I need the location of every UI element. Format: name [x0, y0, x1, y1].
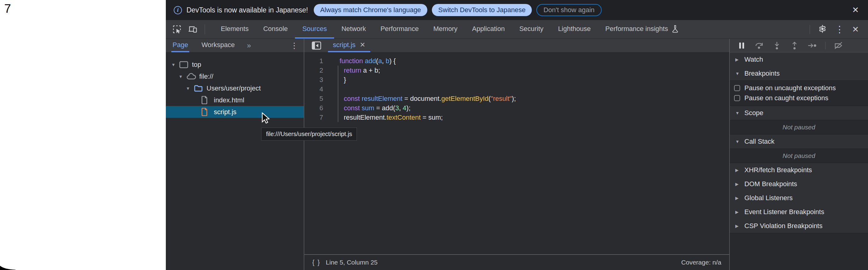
expander-icon[interactable]: ▼ [171, 62, 179, 67]
tree-item-label: top [192, 61, 202, 69]
section-dom-breakpoints[interactable]: ▶DOM Breakpoints [730, 177, 868, 191]
line-number: 5 [304, 94, 323, 103]
navigator-tab-page[interactable]: Page [171, 39, 189, 52]
inspect-element-icon[interactable] [169, 20, 185, 38]
code-line-2[interactable]: 2return a + b; [304, 66, 729, 75]
tab-network[interactable]: Network [334, 20, 373, 38]
pause-icon[interactable] [737, 41, 746, 50]
close-devtools-icon[interactable]: ✕ [852, 25, 859, 34]
hide-navigator-icon[interactable] [309, 39, 324, 52]
line-number: 1 [304, 56, 323, 66]
code-text: resultElement.textContent = sum; [323, 113, 443, 122]
code-text [323, 84, 344, 94]
code-text: } [323, 75, 346, 84]
section-breakpoints[interactable]: ▼Breakpoints [730, 66, 868, 81]
tree-item-top[interactable]: ▼top [166, 59, 304, 70]
cloud-icon [186, 72, 196, 81]
step-out-icon[interactable] [790, 41, 799, 50]
section-call-stack[interactable]: ▼Call Stack [730, 134, 868, 149]
tree-item-label: Users/user/project [207, 84, 261, 92]
tab-label: Network [341, 25, 366, 33]
editor-pane: script.js ✕ 1function add(a, b) {2return… [304, 39, 729, 270]
code-line-3[interactable]: 3} [304, 75, 729, 84]
tab-elements[interactable]: Elements [214, 20, 256, 38]
tab-performance[interactable]: Performance [373, 20, 426, 38]
code-line-1[interactable]: 1function add(a, b) { [304, 56, 729, 66]
tree-item-users-user-project[interactable]: ▼Users/user/project [166, 82, 304, 94]
tab-performance-insights[interactable]: Performance insights [598, 20, 686, 38]
section-event-listener-breakpoints[interactable]: ▶Event Listener Breakpoints [730, 205, 868, 219]
code-editor[interactable]: 1function add(a, b) {2return a + b;3}45c… [304, 53, 729, 254]
checkbox-row-pause-on-uncaught-exceptions[interactable]: Pause on uncaught exceptions [734, 83, 868, 93]
section-label: Watch [744, 56, 763, 63]
tab-label: Sources [302, 25, 327, 33]
navigator-menu-kebab-icon[interactable]: ⋮ [290, 39, 298, 52]
switch-japanese-button[interactable]: Switch DevTools to Japanese [432, 4, 532, 16]
tree-item-label: file:// [199, 72, 213, 81]
step-over-icon[interactable] [755, 41, 764, 50]
section-watch[interactable]: ▶Watch [730, 53, 868, 66]
panel-tabs: ElementsConsoleSourcesNetworkPerformance… [214, 20, 686, 38]
section-xhr-fetch-breakpoints[interactable]: ▶XHR/fetch Breakpoints [730, 163, 868, 177]
editor-tab-close-icon[interactable]: ✕ [360, 41, 365, 49]
navigator-tabs: PageWorkspace [171, 39, 247, 52]
tab-security[interactable]: Security [512, 20, 551, 38]
banner-close-icon[interactable]: ✕ [852, 6, 859, 14]
checkbox[interactable] [734, 95, 740, 101]
tab-sources[interactable]: Sources [295, 20, 334, 38]
section-csp-violation-breakpoints[interactable]: ▶CSP Violation Breakpoints [730, 219, 868, 233]
tabbar-divider [205, 24, 205, 34]
tree-item-index-html[interactable]: index.html [166, 94, 304, 106]
line-number: 4 [304, 84, 323, 94]
navigator-overflow-chevrons[interactable]: » [247, 39, 251, 52]
editor-tab-scriptjs[interactable]: script.js ✕ [328, 39, 370, 52]
tab-memory[interactable]: Memory [426, 20, 465, 38]
navigator-tab-workspace[interactable]: Workspace [200, 39, 236, 52]
code-line-4[interactable]: 4 [304, 84, 729, 94]
expander-icon[interactable]: ▼ [179, 74, 186, 79]
more-options-kebab-icon[interactable]: ⋮ [835, 24, 844, 35]
expander-icon[interactable]: ▼ [186, 86, 194, 91]
sidebar-filler [730, 233, 868, 270]
section-global-listeners[interactable]: ▶Global Listeners [730, 191, 868, 205]
checkbox-row-pause-on-caught-exceptions[interactable]: Pause on caught exceptions [734, 93, 868, 103]
code-line-7[interactable]: 7resultElement.textContent = sum; [304, 113, 729, 122]
editor-tab-label: script.js [333, 41, 355, 49]
frame-icon [179, 61, 189, 69]
step-icon[interactable] [808, 41, 817, 50]
expander-icon: ▶ [735, 210, 744, 214]
expander-icon: ▼ [735, 71, 744, 76]
tab-application[interactable]: Application [465, 20, 512, 38]
tab-console[interactable]: Console [256, 20, 295, 38]
toolbar-divider [825, 41, 826, 50]
editor-statusbar: { } Line 5, Column 25 Coverage: n/a [304, 254, 729, 270]
screenshot-canvas: 7 i DevTools is now available in Japanes… [0, 0, 868, 270]
code-line-5[interactable]: 5const resultElement = document.getEleme… [304, 94, 729, 103]
step-into-icon[interactable] [772, 41, 781, 50]
checkbox[interactable] [734, 85, 740, 91]
checkbox-label: Pause on uncaught exceptions [744, 84, 836, 92]
tree-item-file[interactable]: ▼file:// [166, 70, 304, 82]
devtools-window: i DevTools is now available in Japanese!… [166, 0, 868, 270]
code-line-6[interactable]: 6const sum = add(3, 4); [304, 103, 729, 113]
debugger-toolbar [730, 39, 868, 53]
settings-gear-icon[interactable] [818, 24, 827, 35]
line-number: 2 [304, 66, 323, 75]
navigator-pane: PageWorkspace » ⋮ ▼top▼file://▼Users/use… [166, 39, 304, 270]
page-number-label: 7 [4, 2, 11, 16]
section-label: DOM Breakpoints [744, 180, 797, 188]
file-tree: ▼top▼file://▼Users/user/projectindex.htm… [166, 53, 304, 270]
deactivate-breakpoints-icon[interactable] [834, 41, 843, 50]
mouse-cursor [262, 112, 271, 125]
code-text: return a + b; [323, 66, 380, 75]
tab-lighthouse[interactable]: Lighthouse [551, 20, 598, 38]
match-language-button[interactable]: Always match Chrome's language [314, 4, 427, 16]
code-text: const resultElement = document.getElemen… [323, 94, 516, 103]
tree-item-script-js[interactable]: script.js [166, 106, 304, 118]
cursor-position-label: Line 5, Column 25 [326, 259, 377, 266]
device-toolbar-icon[interactable] [185, 20, 201, 38]
debugger-sidebar: ▶Watch▼BreakpointsPause on uncaught exce… [730, 39, 868, 270]
section-label: Scope [744, 109, 763, 117]
section-scope[interactable]: ▼Scope [730, 106, 868, 120]
dismiss-banner-button[interactable]: Don't show again [536, 4, 601, 16]
